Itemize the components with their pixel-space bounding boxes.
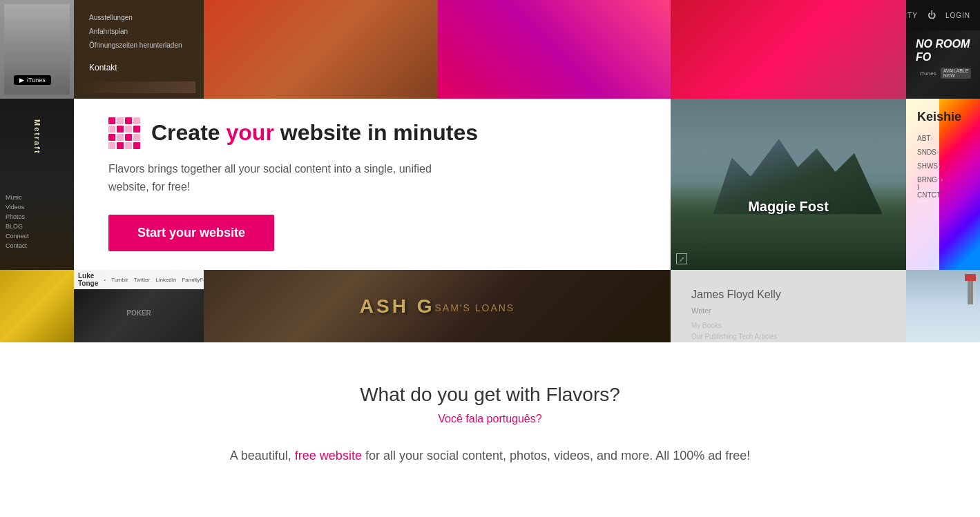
community-link[interactable]: COMMUNITY: [906, 12, 918, 19]
bottom-heading: What do you get with Flavors?: [14, 384, 966, 406]
nav-item-3[interactable]: Öfnnungszeiten herunterladen: [89, 39, 189, 52]
tile-nav-german: Ausstellungen Anfahrtsplan Öfnnungszeite…: [74, 0, 204, 99]
tile-topnav: ▶ 📖 COMMUNITY ⏻ LOGIN NO ROOM FO iTunes …: [906, 0, 980, 99]
login-link[interactable]: LOGIN: [945, 12, 970, 19]
mosaic-grid: ▶iTunes Ausstellungen Anfahrtsplan Öfnnu…: [0, 0, 980, 342]
menu-music[interactable]: Music: [6, 194, 68, 201]
noroom-title: NO ROOM FO: [916, 37, 970, 64]
flavors-logo: [108, 117, 140, 149]
tile-band-left: Metraft Music Videos Photos BLOG Connect…: [0, 99, 74, 270]
tile-yellow-gradient: [0, 270, 74, 342]
bottom-description: A beautiful, free website for all your s…: [14, 446, 966, 466]
luke-family[interactable]: FamiltyFest: [182, 277, 204, 283]
nav-item-2[interactable]: Anfahrtsplan: [89, 25, 189, 39]
menu-contact[interactable]: Contact: [6, 242, 68, 249]
power-icon: ⏻: [928, 10, 936, 20]
tile-lighthouse: [906, 270, 980, 342]
menu-blog[interactable]: BLOG: [6, 223, 68, 230]
keishie-menu-contact[interactable]: BRNG I CNTCT›: [917, 174, 928, 202]
start-website-button[interactable]: Start your website: [108, 215, 274, 251]
band-name: Metraft: [33, 119, 41, 155]
jfk-role: Writer: [691, 306, 885, 315]
nav-kontakt[interactable]: Kontakt: [89, 59, 189, 76]
tile-cash-photo: ASH G SAM'S LOANS: [204, 270, 671, 342]
jfk-name: James Floyd Kelly: [691, 288, 885, 302]
luke-tumblr[interactable]: Tumblr: [111, 277, 128, 283]
tile-james-floyd-kelly: James Floyd Kelly Writer My Books Our Pu…: [671, 270, 906, 342]
expand-icon[interactable]: ⤢: [676, 253, 687, 264]
bottom-section: What do you get with Flavors? Você fala …: [0, 342, 980, 494]
cash-sign: ASH G: [360, 295, 435, 318]
itunes-badge[interactable]: ▶iTunes: [14, 75, 51, 85]
jfk-link-1[interactable]: My Books: [691, 320, 885, 331]
mountain-label: Maggie Fost: [748, 199, 829, 215]
promo-headline: Create your website in minutes: [151, 121, 478, 145]
tile-keishie-rainbow: Keishie ABT› SNDS› SHWS› BRNG I CNTCT›: [906, 99, 980, 270]
keishie-menu-shws[interactable]: SHWS›: [917, 160, 928, 173]
luke-linkedin[interactable]: LinkedIn: [155, 277, 176, 283]
tile-red-face: [671, 0, 906, 99]
portuguese-link[interactable]: Você fala português?: [14, 413, 966, 425]
tile-promo-panel: Create your website in minutes Flavors b…: [74, 99, 671, 270]
keishie-menu-abt[interactable]: ABT›: [917, 133, 928, 145]
menu-photos[interactable]: Photos: [6, 213, 68, 220]
nav-item-1[interactable]: Ausstellungen: [89, 11, 189, 25]
promo-description: Flavors brings together all your social …: [108, 160, 468, 195]
available-badge[interactable]: AVAILABLE NOW: [941, 68, 972, 79]
luke-twitter[interactable]: Twitter: [134, 277, 151, 283]
tile-luke-tonge: Luke Tonge • Tumblr Twitter LinkedIn Fam…: [74, 270, 204, 342]
tile-colorful-1: [204, 0, 438, 99]
menu-videos[interactable]: Videos: [6, 204, 68, 211]
tile-pink-face: [438, 0, 671, 99]
tile-band-photo[interactable]: ▶iTunes: [0, 0, 74, 99]
keishie-menu-snds[interactable]: SNDS›: [917, 146, 928, 159]
menu-connect[interactable]: Connect: [6, 233, 68, 240]
keishie-title: Keishie: [917, 110, 928, 124]
jfk-link-2[interactable]: Our Publishing Tech Articles: [691, 331, 885, 342]
tile-mountain[interactable]: Maggie Fost ⤢: [671, 99, 906, 270]
